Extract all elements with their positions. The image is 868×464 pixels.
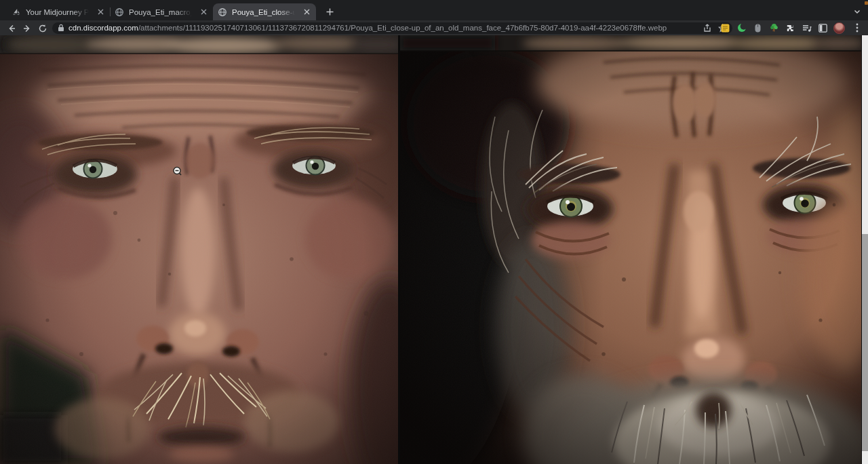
tab-strip: Your Midjourney Profile Pouya_Eti_macro_… (0, 0, 868, 20)
forward-button[interactable] (21, 22, 33, 34)
dark-reader-moon-icon[interactable] (736, 22, 747, 34)
kebab-menu-icon (856, 23, 859, 33)
close-tab-icon[interactable] (96, 7, 105, 17)
address-bar[interactable]: cdn.discordapp.com/attachments/111193025… (52, 22, 732, 34)
browser-toolbar: cdn.discordapp.com/attachments/111193025… (0, 20, 868, 35)
extensions-puzzle-icon[interactable] (785, 22, 796, 34)
mouse-extension-icon[interactable] (752, 22, 764, 34)
forward-icon (22, 24, 32, 33)
tab-close-up-active[interactable]: Pouya_Eti_close-up_of_an_ol (213, 3, 316, 20)
back-button[interactable] (5, 22, 17, 34)
url-path: /attachments/1111930251740713061/1113736… (138, 24, 667, 32)
globe-icon (218, 7, 227, 17)
reload-button[interactable] (37, 22, 48, 34)
url-text: cdn.discordapp.com/attachments/111193025… (68, 24, 699, 32)
lock-icon[interactable] (58, 24, 64, 32)
media-list-icon[interactable] (801, 22, 812, 34)
right-portrait-image[interactable] (400, 35, 861, 464)
tab-title: Pouya_Eti_macro_photo_of_a (129, 8, 194, 16)
close-tab-icon[interactable] (199, 7, 208, 17)
side-panel-icon[interactable] (817, 22, 829, 34)
profile-avatar[interactable] (833, 22, 845, 34)
midjourney-logo-icon (12, 7, 21, 17)
corner-indicator (865, 1, 868, 5)
share-icon[interactable] (703, 24, 711, 33)
scrollbar-thumb[interactable] (862, 234, 868, 451)
tab-macro-photo[interactable]: Pouya_Eti_macro_photo_of_a (110, 3, 213, 20)
tab-midjourney-profile[interactable]: Your Midjourney Profile (7, 3, 110, 20)
left-portrait-image[interactable] (0, 35, 398, 464)
extensions-row (719, 22, 845, 34)
tab-title: Your Midjourney Profile (26, 8, 91, 16)
chevron-down-icon (853, 7, 861, 16)
tree-extension-icon[interactable] (768, 22, 780, 34)
back-icon (7, 24, 16, 33)
plus-icon (326, 7, 334, 16)
tab-title: Pouya_Eti_close-up_of_an_ol (232, 8, 297, 16)
globe-icon (115, 7, 124, 17)
reload-icon (38, 24, 47, 33)
tab-search-button[interactable] (853, 6, 861, 18)
browser-menu-button[interactable] (852, 22, 863, 33)
notes-extension-icon[interactable] (719, 22, 731, 34)
url-domain: cdn.discordapp.com (68, 24, 138, 32)
close-tab-icon[interactable] (302, 7, 311, 17)
page-content (0, 35, 868, 464)
vertical-scrollbar[interactable] (862, 35, 868, 464)
new-tab-button[interactable] (321, 3, 338, 20)
browser-window: Your Midjourney Profile Pouya_Eti_macro_… (0, 0, 868, 464)
